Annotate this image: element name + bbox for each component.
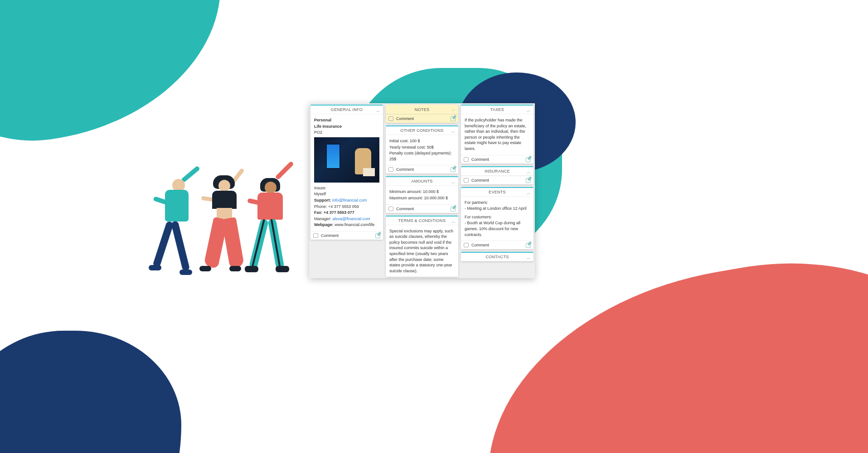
gi-webpage-label: Webpage:: [314, 222, 334, 227]
card-notes: NOTES ﹀ Comment: [386, 105, 458, 123]
gi-manager-email[interactable]: alexa@financial.com: [333, 217, 370, 221]
chevron-up-icon[interactable]: ︿: [527, 108, 531, 114]
card-amounts: AMOUNTS ︿ Minimum amount: 10.000 $ Maxim…: [386, 176, 458, 212]
comment-row[interactable]: Comment: [310, 231, 383, 240]
card-events: EVENTS ︿ For partners: - Meeting at Lond…: [461, 187, 533, 250]
comment-label: Comment: [396, 207, 414, 211]
info-panel: GENERAL INFO ︿ Personal Life Insurance P…: [309, 103, 535, 278]
edit-icon[interactable]: [526, 178, 531, 183]
ev-h2: For customers:: [465, 214, 530, 220]
card-general-info: GENERAL INFO ︿ Personal Life Insurance P…: [310, 105, 383, 240]
gi-myself: Myself: [314, 191, 379, 197]
gi-support-email[interactable]: info@financial.com: [332, 198, 367, 202]
card-header[interactable]: TERMS & CONDITIONS ︿: [386, 217, 458, 225]
am-l2: Maximum amount: 10.000.000 $: [389, 195, 455, 201]
chevron-up-icon[interactable]: ︿: [376, 108, 380, 114]
chevron-up-icon[interactable]: ︿: [527, 255, 531, 261]
oc-l1: Initial cost: 100 $: [389, 138, 455, 144]
panel-col-2: NOTES ﹀ Comment OTHER CONDITIONS ︿ Initi…: [386, 105, 458, 277]
chevron-up-icon[interactable]: ︿: [527, 190, 531, 196]
card-terms: TERMS & CONDITIONS ︿ Special exclusions …: [386, 216, 458, 277]
card-title: OTHER CONDITIONS: [400, 128, 443, 133]
card-title: GENERAL INFO: [331, 107, 363, 112]
gi-webpage: www.financial.com/life: [335, 222, 374, 227]
gi-code: PO2: [314, 130, 379, 135]
taxes-body: If the policyholder has made the benefic…: [465, 117, 530, 152]
am-l1: Minimum amount: 10.000 $: [389, 189, 455, 195]
comment-icon: [388, 116, 393, 121]
edit-icon[interactable]: [451, 207, 456, 212]
comment-icon: [388, 207, 393, 211]
comment-row[interactable]: Comment: [461, 176, 533, 184]
edit-icon[interactable]: [526, 243, 531, 248]
card-header[interactable]: CONTACTS ︿: [461, 253, 533, 261]
comment-icon: [313, 233, 318, 238]
ev-h1: For partners:: [465, 200, 530, 206]
ev-l2: - Booth at World Cup during all games. 1…: [465, 220, 530, 237]
card-title: TAXES: [490, 107, 504, 112]
panel-col-1: GENERAL INFO ︿ Personal Life Insurance P…: [310, 105, 383, 277]
comment-row[interactable]: Comment: [386, 204, 458, 213]
gi-phone-label: Phone:: [314, 204, 327, 209]
comment-row[interactable]: Comment: [386, 165, 458, 173]
comment-label: Comment: [321, 233, 339, 238]
edit-icon[interactable]: [451, 116, 456, 121]
ev-l1: - Meeting at London office 12 April: [465, 206, 530, 212]
card-header[interactable]: OTHER CONDITIONS ︿: [386, 126, 458, 135]
product-image: [314, 137, 379, 183]
gi-insure: Insure: [314, 185, 379, 191]
edit-icon[interactable]: [375, 233, 380, 238]
card-contacts: CONTACTS ︿: [461, 252, 533, 261]
oc-l2: Yearly renewal cost: 50$: [389, 145, 455, 150]
comment-label: Comment: [471, 178, 489, 183]
card-header[interactable]: GENERAL INFO ︿: [310, 106, 383, 114]
edit-icon[interactable]: [526, 157, 531, 162]
blob-bottom-left: [0, 331, 181, 453]
chevron-up-icon[interactable]: ︿: [451, 219, 456, 225]
card-title: NOTES: [415, 107, 430, 112]
chevron-down-icon[interactable]: ﹀: [451, 108, 456, 114]
comment-icon: [464, 243, 469, 247]
comment-icon: [464, 157, 469, 162]
blob-top-left: [0, 0, 239, 157]
card-header[interactable]: NOTES ﹀: [386, 106, 458, 114]
chevron-up-icon[interactable]: ︿: [451, 129, 456, 135]
gi-fax: Fax: +4 377 5553 077: [314, 210, 354, 215]
edit-icon[interactable]: [451, 167, 456, 172]
gi-life: Life Insurance: [314, 124, 342, 129]
gi-phone: +4 377 5553 059: [328, 204, 359, 209]
card-title: TERMS & CONDITIONS: [398, 218, 446, 223]
comment-label: Comment: [396, 116, 414, 121]
terms-body: Special exclusions may apply, such as su…: [389, 228, 455, 274]
gi-personal: Personal: [314, 118, 331, 122]
card-title: CONTACTS: [485, 255, 509, 259]
comment-row[interactable]: Comment: [386, 114, 458, 123]
card-taxes: TAXES ︿ If the policyholder has made the…: [461, 105, 533, 164]
comment-icon: [464, 178, 469, 183]
card-header[interactable]: EVENTS ︿: [461, 188, 533, 197]
gi-support-label: Support:: [314, 198, 331, 202]
comment-row[interactable]: Comment: [461, 241, 533, 249]
card-header[interactable]: AMOUNTS ︿: [386, 177, 458, 186]
card-title: AMOUNTS: [411, 179, 432, 183]
card-header[interactable]: TAXES ︿: [461, 106, 533, 114]
comment-label: Comment: [471, 157, 489, 162]
card-header[interactable]: INSURANCE ︿: [461, 167, 533, 176]
chevron-up-icon[interactable]: ︿: [451, 179, 456, 185]
chevron-up-icon[interactable]: ︿: [527, 169, 531, 175]
comment-icon: [388, 167, 393, 172]
comment-label: Comment: [396, 167, 414, 172]
card-title: INSURANCE: [485, 169, 510, 173]
card-title: EVENTS: [489, 190, 506, 194]
oc-l3: Penalty costs (delayed payments): 25$: [389, 150, 455, 162]
gi-manager-label: Manager:: [314, 217, 331, 221]
card-insurance: INSURANCE ︿ Comment: [461, 166, 533, 184]
comment-row[interactable]: Comment: [461, 155, 533, 164]
dancers-illustration: [150, 170, 304, 288]
comment-label: Comment: [471, 243, 489, 247]
panel-col-3: TAXES ︿ If the policyholder has made the…: [461, 105, 533, 277]
card-other-conditions: OTHER CONDITIONS ︿ Initial cost: 100 $ Y…: [386, 125, 458, 173]
